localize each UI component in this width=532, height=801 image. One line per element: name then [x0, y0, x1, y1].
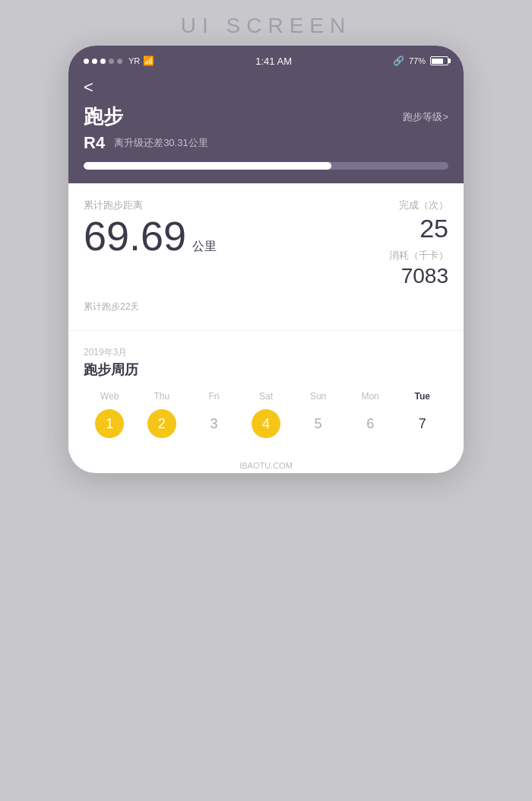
cal-day-7[interactable]: 7 — [396, 409, 448, 438]
watermark: IBAOTU.COM — [68, 453, 464, 473]
rank-desc: 离升级还差30.31公里 — [114, 136, 208, 150]
completion-block: 完成（次） 25 — [389, 199, 448, 241]
distance-label: 累计跑步距离 — [84, 199, 217, 212]
calories-label: 消耗（千卡） — [389, 249, 448, 262]
cal-day-3[interactable]: 3 — [188, 409, 240, 438]
cal-label-web: Web — [84, 391, 136, 402]
rank-link[interactable]: 跑步等级> — [403, 110, 448, 124]
progress-bar-fill — [84, 162, 331, 170]
distance-unit: 公里 — [192, 239, 217, 255]
status-bar: YR 📶 1:41 AM 🔗 77% — [68, 46, 464, 73]
rank-row: R4 离升级还差30.31公里 — [84, 133, 448, 153]
page-title: 跑步 — [84, 103, 123, 130]
phone-frame: YR 📶 1:41 AM 🔗 77% < 跑步 跑步等级> R4 离升级还差30… — [68, 46, 464, 473]
divider — [68, 330, 464, 331]
calories-block: 消耗（千卡） 7083 — [389, 249, 448, 287]
cal-label-sat: Sat — [240, 391, 293, 402]
cal-label-thu: Thu — [136, 391, 188, 402]
ui-screen-label: UI SCREEN — [181, 14, 351, 38]
stats-left: 累计跑步距离 69.69 公里 — [84, 199, 217, 258]
wifi-icon: 📶 — [143, 56, 154, 66]
cal-label-mon: Mon — [344, 391, 397, 402]
status-time: 1:41 AM — [255, 56, 292, 67]
cal-label-tue: Tue — [396, 391, 448, 402]
stats-top-row: 累计跑步距离 69.69 公里 完成（次） 25 消耗（千卡） 7083 — [84, 199, 448, 294]
status-left: YR 📶 — [84, 56, 154, 66]
cal-label-fri: Fri — [188, 391, 240, 402]
signal-dot-2 — [92, 59, 97, 64]
calendar-month: 2019年3月 — [84, 346, 448, 359]
stats-right: 完成（次） 25 消耗（千卡） 7083 — [389, 199, 448, 294]
completion-label: 完成（次） — [389, 199, 448, 212]
progress-bar-bg — [84, 162, 448, 170]
header-title-row: 跑步 跑步等级> — [84, 103, 448, 130]
signal-dot-5 — [117, 59, 122, 64]
signal-dot-1 — [84, 59, 89, 64]
battery-percentage: 77% — [409, 56, 426, 65]
signal-dot-3 — [100, 59, 106, 64]
header: < 跑步 跑步等级> R4 离升级还差30.31公里 — [68, 73, 464, 183]
battery-fill — [432, 59, 443, 64]
cal-day-1[interactable]: 1 — [84, 409, 136, 438]
cal-circle-4: 4 — [252, 409, 280, 438]
status-right: 🔗 77% — [393, 56, 448, 66]
signal-dot-4 — [109, 59, 114, 64]
days-label: 累计跑步22天 — [84, 300, 448, 313]
cal-day-6[interactable]: 6 — [344, 409, 397, 438]
main-stats: 累计跑步距离 69.69 公里 完成（次） 25 消耗（千卡） 7083 累计跑… — [68, 183, 464, 323]
distance-row: 69.69 公里 — [84, 215, 217, 256]
back-button[interactable]: < — [84, 79, 93, 96]
battery-icon — [430, 56, 448, 65]
completion-value: 25 — [389, 215, 448, 241]
carrier-label: YR — [128, 56, 140, 65]
bluetooth-icon: 🔗 — [393, 56, 404, 66]
calories-value: 7083 — [389, 265, 448, 287]
calendar-section: 2019年3月 跑步周历 Web Thu Fri Sat Sun Mon Tue… — [68, 339, 464, 453]
rank-label: R4 — [84, 133, 105, 153]
calendar-grid: Web Thu Fri Sat Sun Mon Tue 1 2 3 4 5 6 … — [84, 391, 448, 438]
cal-day-5[interactable]: 5 — [292, 409, 344, 438]
cal-circle-1: 1 — [95, 409, 124, 438]
cal-label-sun: Sun — [292, 391, 344, 402]
cal-day-2[interactable]: 2 — [136, 409, 188, 438]
cal-circle-2: 2 — [147, 409, 176, 438]
distance-value: 69.69 — [84, 215, 186, 256]
cal-day-4[interactable]: 4 — [240, 409, 293, 438]
calendar-title: 跑步周历 — [84, 361, 448, 379]
